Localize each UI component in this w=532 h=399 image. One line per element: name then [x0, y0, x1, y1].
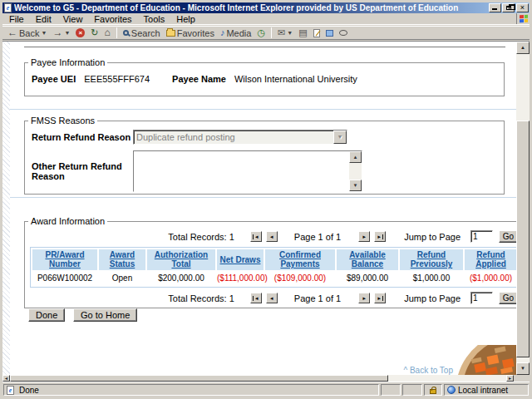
go-button[interactable]: Go — [499, 292, 518, 304]
menu-view[interactable]: View — [57, 13, 89, 25]
done-button[interactable]: Done — [28, 308, 65, 322]
other-return-refund-reason-row: Other Return Refund Reason ▲ ▼ — [32, 150, 504, 192]
select-dropdown-icon: ▼ — [333, 131, 347, 144]
last-page-button[interactable]: ► — [374, 231, 386, 242]
media-button[interactable]: ♪ Media — [218, 27, 254, 39]
first-page-button[interactable]: ◄ — [250, 293, 262, 303]
refresh-button[interactable]: ↻ — [88, 27, 101, 38]
mail-dropdown-icon[interactable]: ▼ — [287, 30, 293, 36]
security-zone-pane: Local intranet — [444, 384, 529, 396]
scroll-down-icon[interactable]: ▼ — [516, 362, 530, 375]
go-to-home-button[interactable]: Go to Home — [73, 308, 137, 322]
menu-tools[interactable]: Tools — [138, 13, 171, 25]
history-button[interactable]: ◷ — [254, 27, 268, 38]
vertical-scrollbar[interactable]: ▲ ▼ — [516, 42, 530, 375]
sort-pr-award-number[interactable]: PR/Award Number — [32, 250, 97, 268]
scroll-right-icon[interactable]: ► — [506, 375, 514, 382]
messenger-button[interactable] — [323, 29, 336, 37]
ie-page-icon: e — [4, 3, 12, 12]
fmss-reasons-section: FMSS Reasons Return Refund Reason Duplic… — [24, 116, 505, 195]
scroll-down-icon[interactable]: ▼ — [349, 180, 362, 191]
payee-name-value: Wilson International University — [234, 74, 357, 84]
menu-file[interactable]: File — [3, 13, 30, 25]
horizontal-scrollbar[interactable]: ◄ ► — [2, 375, 514, 382]
status-empty-pane — [402, 384, 422, 396]
vertical-scrollbar-thumb[interactable] — [516, 121, 530, 357]
back-button[interactable]: ← Back ▼ — [5, 27, 49, 39]
sort-refund-applied[interactable]: Refund Applied — [465, 250, 517, 268]
next-page-button[interactable]: ► — [358, 293, 370, 303]
right-triangle-icon: ► — [377, 296, 382, 301]
sort-available-balance[interactable]: Available Balance — [337, 250, 398, 268]
forward-dropdown-icon[interactable]: ▼ — [64, 30, 70, 36]
menu-edit[interactable]: Edit — [30, 13, 57, 25]
sort-refund-previously[interactable]: Refund Previously — [400, 250, 463, 268]
favorites-button[interactable]: Favorites — [164, 27, 217, 39]
scroll-up-icon[interactable]: ▲ — [349, 151, 362, 163]
jump-to-page-input[interactable] — [470, 292, 493, 304]
next-page-button[interactable]: ► — [358, 231, 370, 242]
sort-authorization-total[interactable]: Authorization Total — [147, 250, 215, 268]
first-page-button[interactable]: ◄ — [250, 231, 262, 242]
payee-information-section: Payee Information Payee UEI EEE555FFF674… — [24, 57, 505, 96]
edit-icon — [313, 29, 320, 37]
back-label: Back — [19, 28, 39, 38]
return-refund-reason-select: Duplicate refund posting ▼ — [133, 130, 347, 145]
scroll-left-icon[interactable]: ◄ — [2, 375, 10, 382]
security-pane — [424, 384, 442, 396]
print-button[interactable]: ▤ — [296, 27, 309, 38]
home-button[interactable]: ⌂ — [102, 27, 113, 38]
horizontal-scrollbar-thumb[interactable] — [10, 375, 388, 382]
section-divider — [10, 109, 516, 110]
award-information-section: Award Information Total Records: 1 ◄ ◄ P… — [24, 216, 525, 308]
status-text: Done — [19, 386, 39, 395]
title-bar: e Welcome to G5 - Department of Educatio… — [2, 2, 530, 13]
back-to-top-link[interactable]: ^ Back to Top — [403, 366, 453, 375]
scroll-up-icon[interactable]: ▲ — [516, 42, 530, 54]
status-empty-pane — [381, 384, 401, 396]
go-button[interactable]: Go — [499, 230, 518, 243]
jump-to-page-input[interactable] — [470, 230, 493, 243]
forward-button[interactable]: → ▼ — [50, 27, 72, 38]
other-return-refund-reason-label: Other Return Refund Reason — [32, 161, 133, 181]
content-top-rule — [24, 47, 505, 47]
other-return-refund-reason-textarea[interactable] — [134, 151, 349, 191]
award-table: PR/Award Number Award Status Authorizati… — [30, 247, 520, 288]
close-button[interactable]: × — [516, 3, 529, 12]
search-button[interactable]: Search — [121, 27, 163, 39]
favorites-folder-icon — [166, 30, 175, 37]
cell-pr-award-number: P066W100002 — [32, 272, 97, 285]
menu-favorites[interactable]: Favorites — [88, 13, 137, 25]
sort-award-status[interactable]: Award Status — [99, 250, 145, 268]
textarea-scrollbar[interactable]: ▲ ▼ — [349, 151, 362, 191]
scrollbar-corner — [514, 375, 527, 382]
restore-button[interactable] — [502, 3, 515, 12]
stop-icon: × — [76, 28, 85, 37]
prev-page-button[interactable]: ◄ — [266, 231, 278, 242]
toolbar-separator — [116, 27, 117, 38]
back-dropdown-icon[interactable]: ▼ — [41, 30, 47, 36]
prev-page-button[interactable]: ◄ — [266, 293, 278, 303]
right-triangle-icon: ► — [362, 296, 367, 301]
minimize-button[interactable] — [489, 3, 501, 12]
last-page-button[interactable]: ► — [374, 293, 386, 303]
discuss-button[interactable] — [337, 29, 350, 37]
payee-info-row: Payee UEI EEE555FFF674 Payee Name Wilson… — [32, 74, 504, 84]
mail-button[interactable]: ✉▼ — [275, 27, 295, 38]
sort-confirmed-payments[interactable]: Confirmed Payments — [265, 250, 335, 268]
stop-button[interactable]: × — [73, 27, 87, 38]
media-icon: ♪ — [220, 28, 225, 37]
menu-bar: File Edit View Favorites Tools Help — [2, 13, 530, 25]
browser-window: e Welcome to G5 - Department of Educatio… — [0, 0, 532, 399]
windows-logo-throbber — [516, 13, 530, 24]
home-icon: ⌂ — [105, 28, 111, 37]
minimize-icon — [492, 8, 497, 10]
sort-net-draws[interactable]: Net Draws — [217, 255, 264, 264]
ie-page-icon: e — [7, 386, 14, 395]
payee-uei-value: EEE555FFF674 — [84, 74, 150, 84]
menu-help[interactable]: Help — [170, 13, 201, 25]
right-triangle-icon: ► — [377, 234, 382, 239]
windows-flag-icon — [520, 15, 528, 23]
edit-button[interactable] — [311, 28, 323, 38]
first-page-icon — [253, 296, 254, 301]
